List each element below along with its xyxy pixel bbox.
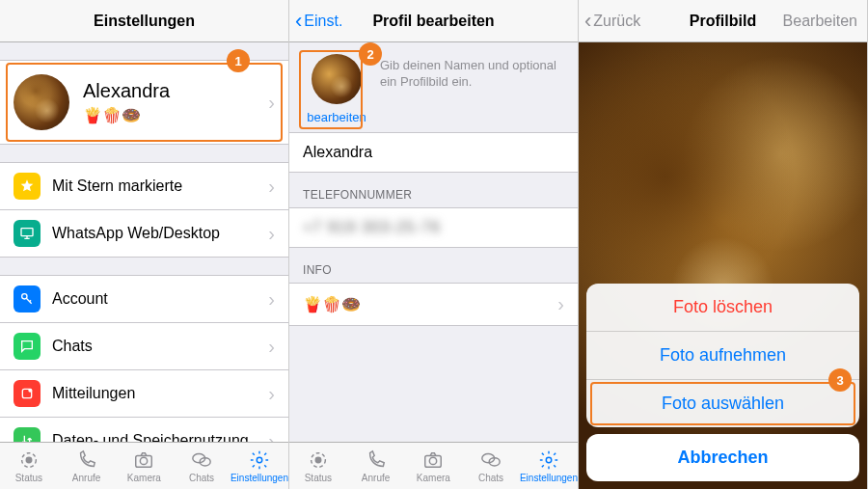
tab-bar: Status Anrufe Kamera Chats Einstellungen (0, 442, 288, 489)
chevron-right-icon (268, 383, 275, 405)
edit-button[interactable]: Bearbeiten (783, 13, 857, 30)
tab-settings[interactable]: Einstellungen (520, 443, 578, 489)
tab-label: Chats (189, 473, 214, 483)
back-label: Einst. (304, 13, 342, 30)
chevron-right-icon (557, 293, 564, 315)
name-value: Alexandra (303, 144, 372, 160)
row-label: Mit Stern markierte (52, 177, 182, 195)
profile-group: Alexandra 🍟🍿🍩 1 (0, 60, 288, 145)
key-icon (14, 285, 41, 312)
tab-label: Status (305, 473, 332, 483)
tab-label: Einstellungen (231, 473, 288, 483)
tab-calls[interactable]: Anrufe (58, 443, 116, 489)
row-web-desktop[interactable]: WhatsApp Web/Desktop (0, 209, 288, 257)
profile-name: Alexandra (83, 80, 170, 102)
desktop-icon (14, 220, 41, 247)
row-label: Chats (52, 338, 93, 355)
screen-edit-profile: ‹ Einst. Profil bearbeiten bearbeiten 2 … (289, 0, 579, 489)
tab-label: Kamera (127, 473, 161, 483)
profile-status: 🍟🍿🍩 (83, 106, 170, 124)
tab-status[interactable]: Status (289, 443, 347, 489)
profile-row[interactable]: Alexandra 🍟🍿🍩 (0, 61, 288, 144)
tab-status[interactable]: Status (0, 443, 58, 489)
data-icon (14, 427, 41, 442)
tab-label: Kamera (417, 473, 450, 483)
sheet-take-photo[interactable]: Foto aufnehmen (586, 331, 859, 379)
action-sheet: Foto löschen Foto aufnehmen Foto auswähl… (586, 284, 859, 427)
profile-hint: Gib deinen Namen und optional ein Profil… (370, 54, 564, 91)
svg-point-10 (257, 457, 262, 463)
section-header-phone: TELEFONNUMMER (289, 173, 578, 207)
svg-rect-0 (21, 229, 33, 236)
name-input[interactable]: Alexandra (289, 133, 578, 172)
svg-point-14 (430, 457, 437, 464)
chevron-right-icon (268, 336, 275, 358)
sheet-cancel[interactable]: Abbrechen (586, 434, 859, 481)
tab-label: Anrufe (72, 473, 100, 483)
svg-point-5 (26, 457, 32, 463)
section-header-info: INFO (289, 248, 578, 283)
tab-label: Chats (478, 473, 503, 483)
header: ‹ Zurück Profilbild Bearbeiten (579, 0, 867, 42)
info-value: 🍟🍿🍩 (303, 295, 361, 313)
avatar (14, 74, 69, 130)
row-label: Mitteilungen (52, 385, 135, 402)
screen-profile-photo: ‹ Zurück Profilbild Bearbeiten Foto lösc… (579, 0, 868, 489)
header-title: Einstellungen (94, 13, 195, 30)
chevron-right-icon (268, 92, 275, 114)
edit-content: bearbeiten 2 Gib deinen Namen und option… (289, 42, 578, 442)
tab-label: Anrufe (362, 473, 390, 483)
tab-chats[interactable]: Chats (462, 443, 520, 489)
phone-row: +7 919 303-25-76 (289, 207, 578, 248)
star-icon (14, 173, 41, 200)
header-title: Profil bearbeiten (372, 13, 494, 30)
svg-point-3 (28, 389, 32, 393)
row-notifications[interactable]: Mitteilungen (0, 369, 288, 417)
phone-value: +7 919 303-25-76 (303, 219, 441, 235)
row-storage[interactable]: Daten- und Speichernutzung (0, 417, 288, 442)
tab-bar: Status Anrufe Kamera Chats Einstellungen (289, 442, 578, 489)
chevron-left-icon: ‹ (584, 11, 591, 32)
screen-settings: Einstellungen Alexandra 🍟🍿🍩 1 Mit Ste (0, 0, 289, 489)
tab-label: Status (15, 473, 42, 483)
notification-icon (14, 380, 41, 407)
svg-point-7 (141, 457, 148, 464)
chat-icon (14, 333, 41, 360)
tab-settings[interactable]: Einstellungen (231, 443, 288, 489)
svg-point-12 (315, 457, 321, 463)
row-label: WhatsApp Web/Desktop (52, 225, 220, 242)
header: Einstellungen (0, 0, 288, 42)
svg-point-17 (546, 457, 552, 463)
profile-text: Alexandra 🍟🍿🍩 (83, 80, 170, 124)
chevron-right-icon (268, 176, 275, 198)
back-button[interactable]: ‹ Einst. (295, 11, 342, 32)
back-button[interactable]: ‹ Zurück (584, 11, 640, 32)
row-label: Daten- und Speichernutzung (52, 432, 249, 442)
svg-point-1 (22, 294, 27, 299)
chevron-right-icon (268, 430, 275, 443)
row-account[interactable]: Account (0, 276, 288, 322)
sheet-delete-photo[interactable]: Foto löschen (586, 284, 859, 331)
info-row[interactable]: 🍟🍿🍩 (289, 283, 578, 326)
chevron-left-icon: ‹ (295, 11, 302, 32)
sheet-choose-photo[interactable]: Foto auswählen3 (586, 379, 859, 427)
row-chats[interactable]: Chats (0, 322, 288, 369)
photo-content: Foto löschen Foto aufnehmen Foto auswähl… (579, 42, 867, 489)
chevron-right-icon (268, 288, 275, 311)
row-label: Account (52, 290, 108, 308)
back-label: Zurück (593, 13, 640, 30)
edit-photo-link[interactable]: bearbeiten (307, 110, 366, 124)
avatar[interactable] (312, 54, 362, 104)
tab-camera[interactable]: Kamera (115, 443, 173, 489)
chevron-right-icon (268, 223, 275, 245)
settings-content: Alexandra 🍟🍿🍩 1 Mit Stern markierte (0, 42, 288, 442)
tab-label: Einstellungen (520, 473, 578, 483)
header-title: Profilbild (690, 13, 756, 30)
tab-chats[interactable]: Chats (173, 443, 231, 489)
row-starred[interactable]: Mit Stern markierte (0, 163, 288, 209)
tab-calls[interactable]: Anrufe (347, 443, 405, 489)
header: ‹ Einst. Profil bearbeiten (289, 0, 578, 42)
tab-camera[interactable]: Kamera (404, 443, 462, 489)
action-sheet-overlay: Foto löschen Foto aufnehmen Foto auswähl… (579, 42, 867, 489)
